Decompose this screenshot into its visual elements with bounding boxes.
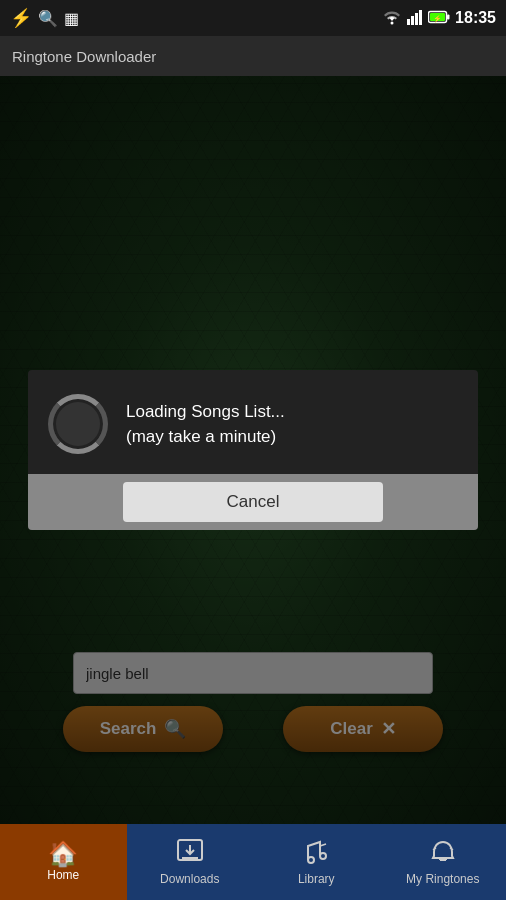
app-title: Ringtone Downloader	[12, 48, 156, 65]
svg-rect-0	[407, 19, 410, 25]
nav-ringtones-label: My Ringtones	[406, 872, 479, 886]
nav-home-label: Home	[47, 868, 79, 882]
svg-line-17	[433, 848, 436, 850]
dialog-subtitle: (may take a minute)	[126, 424, 285, 450]
downloads-icon	[176, 838, 204, 870]
battery-icon: ⚡	[428, 10, 450, 27]
svg-point-11	[308, 857, 314, 863]
ringtones-icon	[429, 838, 457, 870]
search-icon: 🔍	[38, 9, 58, 28]
nav-library-label: Library	[298, 872, 335, 886]
loading-spinner	[48, 394, 108, 454]
signal-icon	[407, 9, 423, 28]
clock: 18:35	[455, 9, 496, 27]
usb-icon: ⚡	[10, 7, 32, 29]
svg-rect-1	[411, 16, 414, 25]
title-bar: Ringtone Downloader	[0, 36, 506, 76]
dialog-title: Loading Songs List...	[126, 399, 285, 425]
nav-downloads[interactable]: Downloads	[127, 824, 254, 900]
status-left-icons: ⚡ 🔍 ▦	[10, 7, 79, 29]
svg-rect-2	[415, 13, 418, 25]
loading-dialog: Loading Songs List... (may take a minute…	[28, 370, 478, 530]
nav-ringtones[interactable]: My Ringtones	[380, 824, 507, 900]
svg-line-18	[450, 848, 453, 850]
sim-icon: ▦	[64, 9, 79, 28]
status-bar: ⚡ 🔍 ▦ ⚡	[0, 0, 506, 36]
svg-text:⚡: ⚡	[433, 14, 442, 23]
dialog-message: Loading Songs List... (may take a minute…	[126, 399, 285, 450]
svg-rect-3	[419, 10, 422, 25]
bottom-nav: 🏠 Home Downloads Library	[0, 824, 506, 900]
nav-downloads-label: Downloads	[160, 872, 219, 886]
cancel-button[interactable]: Cancel	[123, 482, 383, 522]
svg-point-12	[320, 853, 326, 859]
wifi-icon	[382, 9, 402, 28]
dialog-content: Loading Songs List... (may take a minute…	[28, 370, 478, 474]
dialog-overlay: Loading Songs List... (may take a minute…	[0, 76, 506, 824]
nav-home[interactable]: 🏠 Home	[0, 824, 127, 900]
home-icon: 🏠	[48, 842, 78, 866]
status-right-icons: ⚡ 18:35	[382, 9, 496, 28]
svg-rect-6	[447, 14, 450, 19]
library-icon	[302, 838, 330, 870]
nav-library[interactable]: Library	[253, 824, 380, 900]
dialog-footer: Cancel	[28, 474, 478, 530]
main-content: Search 🔍 Clear ✕ Loading Songs List... (…	[0, 76, 506, 824]
